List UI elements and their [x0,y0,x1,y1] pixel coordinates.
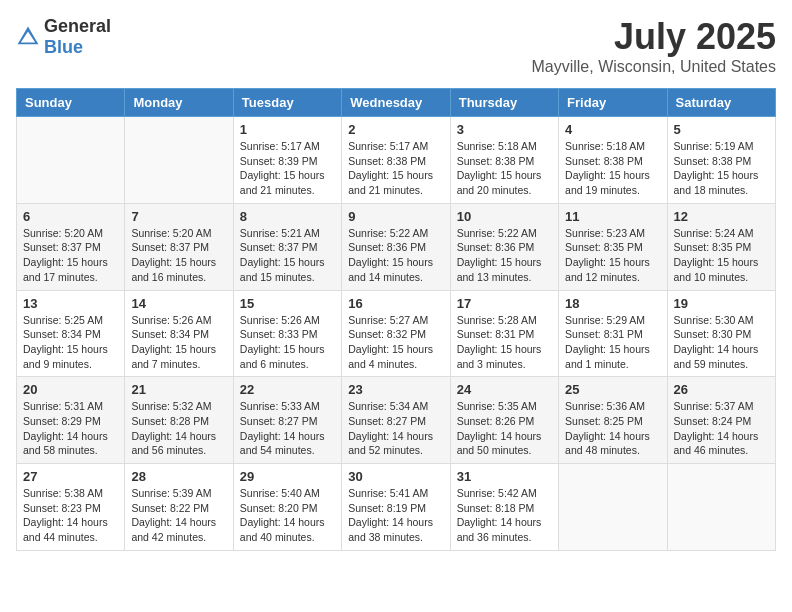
day-number: 18 [565,296,660,311]
day-number: 7 [131,209,226,224]
day-info: Sunrise: 5:28 AM Sunset: 8:31 PM Dayligh… [457,313,552,372]
calendar-table: SundayMondayTuesdayWednesdayThursdayFrid… [16,88,776,551]
day-info: Sunrise: 5:23 AM Sunset: 8:35 PM Dayligh… [565,226,660,285]
day-number: 5 [674,122,769,137]
day-info: Sunrise: 5:31 AM Sunset: 8:29 PM Dayligh… [23,399,118,458]
day-info: Sunrise: 5:18 AM Sunset: 8:38 PM Dayligh… [565,139,660,198]
calendar-week-row: 20Sunrise: 5:31 AM Sunset: 8:29 PM Dayli… [17,377,776,464]
day-number: 14 [131,296,226,311]
calendar-cell: 3Sunrise: 5:18 AM Sunset: 8:38 PM Daylig… [450,117,558,204]
calendar-cell: 1Sunrise: 5:17 AM Sunset: 8:39 PM Daylig… [233,117,341,204]
calendar-week-row: 13Sunrise: 5:25 AM Sunset: 8:34 PM Dayli… [17,290,776,377]
calendar-week-row: 6Sunrise: 5:20 AM Sunset: 8:37 PM Daylig… [17,203,776,290]
calendar-cell: 24Sunrise: 5:35 AM Sunset: 8:26 PM Dayli… [450,377,558,464]
day-number: 25 [565,382,660,397]
day-info: Sunrise: 5:22 AM Sunset: 8:36 PM Dayligh… [457,226,552,285]
calendar-cell: 8Sunrise: 5:21 AM Sunset: 8:37 PM Daylig… [233,203,341,290]
day-info: Sunrise: 5:33 AM Sunset: 8:27 PM Dayligh… [240,399,335,458]
calendar-cell: 18Sunrise: 5:29 AM Sunset: 8:31 PM Dayli… [559,290,667,377]
day-info: Sunrise: 5:20 AM Sunset: 8:37 PM Dayligh… [23,226,118,285]
day-number: 20 [23,382,118,397]
day-info: Sunrise: 5:40 AM Sunset: 8:20 PM Dayligh… [240,486,335,545]
day-number: 12 [674,209,769,224]
day-number: 2 [348,122,443,137]
day-number: 23 [348,382,443,397]
day-number: 10 [457,209,552,224]
day-info: Sunrise: 5:26 AM Sunset: 8:33 PM Dayligh… [240,313,335,372]
calendar-cell: 26Sunrise: 5:37 AM Sunset: 8:24 PM Dayli… [667,377,775,464]
day-number: 17 [457,296,552,311]
day-number: 11 [565,209,660,224]
day-info: Sunrise: 5:21 AM Sunset: 8:37 PM Dayligh… [240,226,335,285]
day-info: Sunrise: 5:38 AM Sunset: 8:23 PM Dayligh… [23,486,118,545]
calendar-cell: 21Sunrise: 5:32 AM Sunset: 8:28 PM Dayli… [125,377,233,464]
day-number: 9 [348,209,443,224]
calendar-cell: 14Sunrise: 5:26 AM Sunset: 8:34 PM Dayli… [125,290,233,377]
calendar-cell: 11Sunrise: 5:23 AM Sunset: 8:35 PM Dayli… [559,203,667,290]
day-of-week-header: Tuesday [233,89,341,117]
day-info: Sunrise: 5:41 AM Sunset: 8:19 PM Dayligh… [348,486,443,545]
day-number: 15 [240,296,335,311]
day-info: Sunrise: 5:36 AM Sunset: 8:25 PM Dayligh… [565,399,660,458]
day-info: Sunrise: 5:25 AM Sunset: 8:34 PM Dayligh… [23,313,118,372]
calendar-cell: 19Sunrise: 5:30 AM Sunset: 8:30 PM Dayli… [667,290,775,377]
logo: General Blue [16,16,111,58]
calendar-cell: 29Sunrise: 5:40 AM Sunset: 8:20 PM Dayli… [233,464,341,551]
day-info: Sunrise: 5:19 AM Sunset: 8:38 PM Dayligh… [674,139,769,198]
calendar-cell [125,117,233,204]
day-number: 8 [240,209,335,224]
logo-text-blue: Blue [44,37,83,57]
calendar-header-row: SundayMondayTuesdayWednesdayThursdayFrid… [17,89,776,117]
calendar-cell: 10Sunrise: 5:22 AM Sunset: 8:36 PM Dayli… [450,203,558,290]
calendar-cell: 16Sunrise: 5:27 AM Sunset: 8:32 PM Dayli… [342,290,450,377]
calendar-cell: 12Sunrise: 5:24 AM Sunset: 8:35 PM Dayli… [667,203,775,290]
calendar-cell: 2Sunrise: 5:17 AM Sunset: 8:38 PM Daylig… [342,117,450,204]
calendar-week-row: 27Sunrise: 5:38 AM Sunset: 8:23 PM Dayli… [17,464,776,551]
logo-icon [16,25,40,49]
calendar-cell: 15Sunrise: 5:26 AM Sunset: 8:33 PM Dayli… [233,290,341,377]
calendar-cell: 9Sunrise: 5:22 AM Sunset: 8:36 PM Daylig… [342,203,450,290]
day-number: 21 [131,382,226,397]
day-of-week-header: Saturday [667,89,775,117]
calendar-cell: 6Sunrise: 5:20 AM Sunset: 8:37 PM Daylig… [17,203,125,290]
day-info: Sunrise: 5:35 AM Sunset: 8:26 PM Dayligh… [457,399,552,458]
calendar-cell: 23Sunrise: 5:34 AM Sunset: 8:27 PM Dayli… [342,377,450,464]
day-info: Sunrise: 5:30 AM Sunset: 8:30 PM Dayligh… [674,313,769,372]
calendar-cell: 28Sunrise: 5:39 AM Sunset: 8:22 PM Dayli… [125,464,233,551]
day-of-week-header: Thursday [450,89,558,117]
day-number: 6 [23,209,118,224]
day-number: 26 [674,382,769,397]
page-header: General Blue July 2025 Mayville, Wiscons… [16,16,776,76]
day-of-week-header: Wednesday [342,89,450,117]
calendar-cell: 27Sunrise: 5:38 AM Sunset: 8:23 PM Dayli… [17,464,125,551]
day-number: 1 [240,122,335,137]
day-of-week-header: Sunday [17,89,125,117]
title-block: July 2025 Mayville, Wisconsin, United St… [531,16,776,76]
calendar-cell: 17Sunrise: 5:28 AM Sunset: 8:31 PM Dayli… [450,290,558,377]
day-info: Sunrise: 5:26 AM Sunset: 8:34 PM Dayligh… [131,313,226,372]
day-number: 31 [457,469,552,484]
day-number: 22 [240,382,335,397]
day-info: Sunrise: 5:32 AM Sunset: 8:28 PM Dayligh… [131,399,226,458]
calendar-cell: 22Sunrise: 5:33 AM Sunset: 8:27 PM Dayli… [233,377,341,464]
day-number: 28 [131,469,226,484]
day-info: Sunrise: 5:39 AM Sunset: 8:22 PM Dayligh… [131,486,226,545]
day-info: Sunrise: 5:22 AM Sunset: 8:36 PM Dayligh… [348,226,443,285]
calendar-week-row: 1Sunrise: 5:17 AM Sunset: 8:39 PM Daylig… [17,117,776,204]
day-of-week-header: Friday [559,89,667,117]
calendar-cell: 20Sunrise: 5:31 AM Sunset: 8:29 PM Dayli… [17,377,125,464]
day-number: 16 [348,296,443,311]
day-info: Sunrise: 5:17 AM Sunset: 8:38 PM Dayligh… [348,139,443,198]
day-info: Sunrise: 5:24 AM Sunset: 8:35 PM Dayligh… [674,226,769,285]
calendar-cell [667,464,775,551]
calendar-location: Mayville, Wisconsin, United States [531,58,776,76]
day-info: Sunrise: 5:34 AM Sunset: 8:27 PM Dayligh… [348,399,443,458]
calendar-cell: 30Sunrise: 5:41 AM Sunset: 8:19 PM Dayli… [342,464,450,551]
day-number: 27 [23,469,118,484]
day-number: 19 [674,296,769,311]
day-number: 24 [457,382,552,397]
calendar-cell: 5Sunrise: 5:19 AM Sunset: 8:38 PM Daylig… [667,117,775,204]
day-number: 29 [240,469,335,484]
calendar-cell: 13Sunrise: 5:25 AM Sunset: 8:34 PM Dayli… [17,290,125,377]
day-number: 4 [565,122,660,137]
